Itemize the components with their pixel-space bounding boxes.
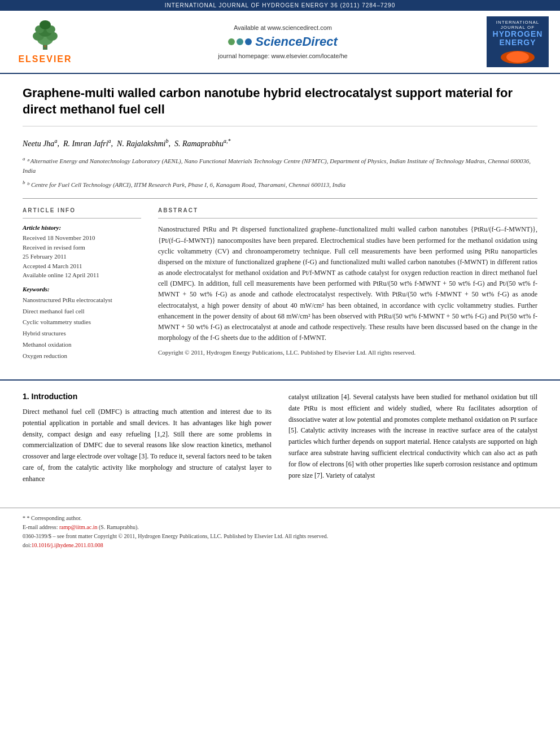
abstract-label: ABSTRACT — [158, 207, 537, 213]
history-label: Article history: — [23, 224, 141, 231]
sd-circle-teal — [237, 38, 243, 45]
keyword-3: Cyclic voltammetry studies — [23, 317, 141, 328]
affiliation-a: a ᵃ Alternative Energy and Nanotechnolog… — [23, 155, 537, 176]
sd-circle-green — [228, 38, 235, 45]
article-info-divider — [23, 218, 141, 219]
abstract-text: Nanostructured PtRu and Pt dispersed fun… — [158, 224, 537, 358]
author-jafri: R. Imran Jafri — [63, 139, 108, 148]
email-suffix: (S. Ramaprabhu). — [99, 524, 139, 530]
abstract-divider — [158, 218, 537, 219]
center-header: Available at www.sciencedirect.com Scien… — [79, 24, 487, 59]
elsevier-tree-icon — [23, 19, 68, 53]
revised-label: Received in revised form — [23, 243, 141, 252]
article-info-abstract-columns: ARTICLE INFO Article history: Received 1… — [23, 207, 537, 362]
revised-date: 25 February 2011 — [23, 252, 141, 261]
svg-point-8 — [44, 45, 46, 47]
elsevier-text: ELSEVIER — [18, 54, 72, 64]
doi-link[interactable]: 10.1016/j.ijhydene.2011.03.008 — [32, 542, 103, 548]
journal-homepage-text: journal homepage: www.elsevier.com/locat… — [218, 53, 347, 59]
body-right-column: catalyst utilization [4]. Several cataly… — [288, 392, 537, 485]
hydrogen-energy-logo: International Journal of HYDROGENENERGY — [487, 16, 549, 67]
keywords-label: Keywords: — [23, 286, 141, 292]
affiliation-b: b ᵇ Centre for Fuel Cell Technology (ARC… — [23, 178, 537, 190]
section-1-number: 1. — [23, 392, 29, 401]
sup-affil-b: b — [23, 180, 25, 185]
article-title: Graphene-multi walled carbon nanotube hy… — [23, 85, 537, 126]
footnote-corresponding-text: * Corresponding author. — [27, 515, 82, 521]
he-top-text: International Journal of — [490, 20, 545, 30]
keyword-4: Hybrid structures — [23, 328, 141, 339]
footnote-doi: doi:10.1016/j.ijhydene.2011.03.008 — [23, 541, 537, 550]
available-text: Available at www.sciencedirect.com — [234, 24, 332, 31]
keyword-1: Nanostructured PtRu electrocatalyst — [23, 295, 141, 306]
section-1-heading: 1. Introduction — [23, 392, 272, 401]
author-rajalakshmi: N. Rajalakshmi — [117, 139, 165, 148]
sciencedirect-logo: ScienceDirect — [228, 34, 338, 49]
top-header: ELSEVIER Available at www.sciencedirect.… — [0, 11, 560, 74]
divider-after-affiliations — [23, 198, 537, 199]
footnote-issn: 0360-3199/$ – see front matter Copyright… — [23, 532, 537, 541]
keyword-2: Direct methanol fuel cell — [23, 306, 141, 317]
sup-b: b — [165, 138, 168, 144]
journal-header-bar: INTERNATIONAL JOURNAL OF HYDROGEN ENERGY… — [0, 0, 560, 11]
footnote-area: * * Corresponding author. E-mail address… — [0, 508, 560, 553]
accepted-date: Accepted 4 March 2011 — [23, 261, 141, 271]
introduction-left-text: Direct methanol fuel cell (DMFC) is attr… — [23, 407, 272, 485]
footnote-email: E-mail address: ramp@iitm.ac.in (S. Rama… — [23, 523, 537, 532]
received-date: Received 18 November 2010 — [23, 233, 141, 243]
sup-a1: a — [54, 138, 57, 144]
keyword-6: Oxygen reduction — [23, 351, 141, 362]
article-content: Graphene-multi walled carbon nanotube hy… — [0, 74, 560, 374]
footnote-star: * — [23, 515, 25, 521]
doi-label: doi: — [23, 542, 32, 548]
footnote-corresponding: * * Corresponding author. — [23, 514, 537, 523]
sd-circles — [228, 38, 252, 45]
email-link[interactable]: ramp@iitm.ac.in — [59, 524, 98, 530]
introduction-right-text: catalyst utilization [4]. Several cataly… — [288, 392, 537, 481]
article-info-column: ARTICLE INFO Article history: Received 1… — [23, 207, 141, 362]
keywords-list: Nanostructured PtRu electrocatalyst Dire… — [23, 295, 141, 362]
keyword-5: Methanol oxidation — [23, 339, 141, 351]
sd-circle-blue — [245, 38, 252, 45]
sciencedirect-text: ScienceDirect — [255, 34, 338, 49]
author-neetu: Neetu Jha — [23, 139, 54, 148]
sup-a2: a — [108, 138, 111, 144]
abstract-paragraph: Nanostructured PtRu and Pt dispersed fun… — [158, 224, 537, 343]
sup-star: * — [228, 138, 231, 144]
elsevier-logo: ELSEVIER — [11, 19, 79, 64]
authors-line: Neetu Jhaa, R. Imran Jafria, N. Rajalaks… — [23, 137, 537, 150]
author-ramaprabhu: S. Ramaprabhu — [174, 139, 224, 148]
available-date: Available online 12 April 2011 — [23, 270, 141, 280]
abstract-column: ABSTRACT Nanostructured PtRu and Pt disp… — [158, 207, 537, 362]
sup-a3: a, — [224, 138, 228, 144]
copyright-text: Copyright © 2011, Hydrogen Energy Public… — [158, 348, 537, 358]
article-info-label: ARTICLE INFO — [23, 207, 141, 213]
sup-affil-a: a — [23, 156, 25, 161]
section-1-title: Introduction — [32, 392, 78, 401]
body-two-columns: 1. Introduction Direct methanol fuel cel… — [23, 392, 537, 485]
body-left-column: 1. Introduction Direct methanol fuel cel… — [23, 392, 272, 485]
main-body: 1. Introduction Direct methanol fuel cel… — [0, 379, 560, 496]
he-main-text: HYDROGENENERGY — [493, 30, 543, 47]
svg-point-7 — [40, 20, 51, 29]
email-label: E-mail address: — [23, 524, 58, 530]
journal-header-text: INTERNATIONAL JOURNAL OF HYDROGEN ENERGY… — [165, 2, 395, 8]
